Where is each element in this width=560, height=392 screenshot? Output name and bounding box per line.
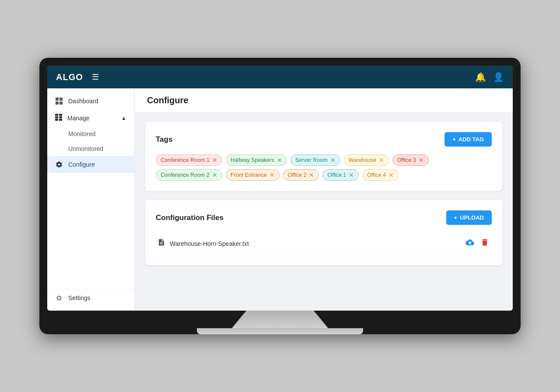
- svg-rect-8: [55, 119, 58, 121]
- monitor-screen: ALGO ☰ 🔔 👤 Dashboard: [47, 66, 513, 311]
- config-files-card-header: Configuration Files + UPLOAD: [156, 210, 492, 225]
- sidebar-label-settings: Settings: [68, 294, 91, 301]
- tag-item[interactable]: Office 2✕: [283, 169, 319, 181]
- tag-label: Office 1: [327, 172, 346, 178]
- configure-icon: [55, 161, 63, 168]
- tag-close-icon[interactable]: ✕: [270, 172, 275, 178]
- add-tag-button[interactable]: + ADD TAG: [444, 132, 492, 147]
- sidebar-label-monitored: Monitored: [68, 130, 95, 137]
- tags-container: Conference Room 1✕Hallway Speakers✕Serve…: [156, 154, 492, 181]
- tag-close-icon[interactable]: ✕: [212, 157, 217, 163]
- tag-close-icon[interactable]: ✕: [419, 157, 424, 163]
- tag-item[interactable]: Conference Room 1✕: [156, 154, 222, 166]
- topnav-right: 🔔 👤: [475, 72, 504, 82]
- monitor-wrap: ALGO ☰ 🔔 👤 Dashboard: [39, 58, 521, 334]
- tag-label: Office 3: [397, 157, 416, 163]
- tag-close-icon[interactable]: ✕: [388, 172, 394, 178]
- sidebar-item-dashboard[interactable]: Dashboard: [47, 93, 134, 109]
- svg-rect-5: [59, 114, 62, 116]
- sidebar-label-unmonitored: Unmonitored: [68, 145, 103, 152]
- tag-close-icon[interactable]: ✕: [330, 157, 336, 163]
- monitor-base: [197, 328, 363, 334]
- content-inner: Tags + ADD TAG Conference Room 1✕Hallway…: [135, 113, 513, 274]
- tag-item[interactable]: Front Entrance✕: [226, 169, 280, 181]
- add-tag-label: ADD TAG: [458, 136, 484, 143]
- sidebar-label-manage: Manage: [67, 115, 90, 122]
- tag-item[interactable]: Office 3✕: [392, 154, 429, 166]
- file-actions: [465, 237, 490, 250]
- file-delete-button[interactable]: [480, 237, 490, 250]
- sidebar-item-monitored[interactable]: Monitored: [47, 126, 134, 141]
- tag-label: Office 2: [288, 172, 307, 178]
- tag-label: Office 4: [367, 172, 386, 178]
- svg-rect-0: [56, 98, 59, 101]
- tags-card-title: Tags: [156, 135, 172, 144]
- file-icon: [158, 238, 165, 248]
- tag-item[interactable]: Conference Room 2✕: [156, 169, 222, 181]
- tag-label: Hallway Speakers: [231, 157, 274, 163]
- sidebar-item-manage[interactable]: Manage ▲: [47, 109, 134, 126]
- tag-label: Conference Room 1: [161, 157, 210, 163]
- sidebar-label-configure: Configure: [68, 161, 95, 168]
- tag-item[interactable]: Server Room✕: [290, 154, 340, 166]
- settings-icon: ⚙: [55, 294, 63, 302]
- sidebar-label-dashboard: Dashboard: [68, 98, 98, 105]
- svg-rect-7: [59, 116, 62, 118]
- manage-icon: [55, 114, 62, 122]
- tag-close-icon[interactable]: ✕: [309, 172, 314, 178]
- file-row: Warehouse-Horn-Speaker.txt: [156, 233, 492, 255]
- notification-icon[interactable]: 🔔: [475, 72, 486, 82]
- monitor-stand: [232, 311, 328, 328]
- upload-button[interactable]: + UPLOAD: [446, 210, 492, 225]
- sidebar-item-settings[interactable]: ⚙ Settings: [47, 290, 134, 306]
- account-icon[interactable]: 👤: [493, 72, 504, 82]
- sidebar-submenu-manage: Monitored Unmonitored: [47, 126, 134, 156]
- topnav: ALGO ☰ 🔔 👤: [47, 66, 513, 88]
- tag-close-icon[interactable]: ✕: [349, 172, 354, 178]
- tag-label: Warehouse: [349, 157, 376, 163]
- tags-card-header: Tags + ADD TAG: [156, 132, 492, 147]
- sidebar: Dashboard Manage ▲ Monitored: [47, 88, 135, 311]
- tag-item[interactable]: Warehouse✕: [344, 154, 389, 166]
- tag-close-icon[interactable]: ✕: [379, 157, 384, 163]
- sidebar-item-configure[interactable]: Configure: [47, 156, 134, 173]
- svg-rect-3: [60, 102, 63, 105]
- tag-item[interactable]: Office 1✕: [322, 169, 359, 181]
- svg-rect-6: [55, 116, 58, 118]
- menu-icon[interactable]: ☰: [92, 72, 99, 82]
- chevron-down-icon: ▲: [121, 115, 126, 121]
- app: ALGO ☰ 🔔 👤 Dashboard: [47, 66, 513, 311]
- tags-card: Tags + ADD TAG Conference Room 1✕Hallway…: [145, 122, 502, 191]
- tag-label: Front Entrance: [231, 172, 267, 178]
- dashboard-icon: [55, 97, 63, 105]
- content-header: Configure: [135, 88, 513, 113]
- tag-item[interactable]: Hallway Speakers✕: [226, 154, 287, 166]
- sidebar-item-unmonitored[interactable]: Unmonitored: [47, 141, 134, 156]
- tag-label: Server Room: [295, 157, 328, 163]
- tag-close-icon[interactable]: ✕: [212, 172, 217, 178]
- file-upload-button[interactable]: [465, 237, 475, 250]
- files-list: Warehouse-Horn-Speaker.txt: [156, 233, 492, 255]
- config-files-card: Configuration Files + UPLOAD Warehouse-H…: [145, 200, 502, 265]
- plus-icon: +: [452, 136, 456, 143]
- app-logo: ALGO: [56, 72, 83, 82]
- page-title: Configure: [147, 95, 500, 105]
- svg-rect-1: [60, 98, 63, 101]
- main-body: Dashboard Manage ▲ Monitored: [47, 88, 513, 311]
- svg-rect-2: [56, 102, 59, 105]
- svg-rect-9: [59, 119, 62, 121]
- tag-label: Conference Room 2: [161, 172, 210, 178]
- main-content: Configure Tags + ADD TAG: [135, 88, 513, 311]
- upload-label: UPLOAD: [460, 214, 484, 221]
- tag-item[interactable]: Office 4✕: [362, 169, 399, 181]
- config-files-title: Configuration Files: [156, 214, 224, 222]
- svg-rect-4: [55, 114, 58, 116]
- sidebar-bottom: ⚙ Settings: [47, 289, 134, 306]
- file-name: Warehouse-Horn-Speaker.txt: [170, 240, 465, 247]
- tag-close-icon[interactable]: ✕: [277, 157, 282, 163]
- plus-icon-upload: +: [454, 214, 458, 221]
